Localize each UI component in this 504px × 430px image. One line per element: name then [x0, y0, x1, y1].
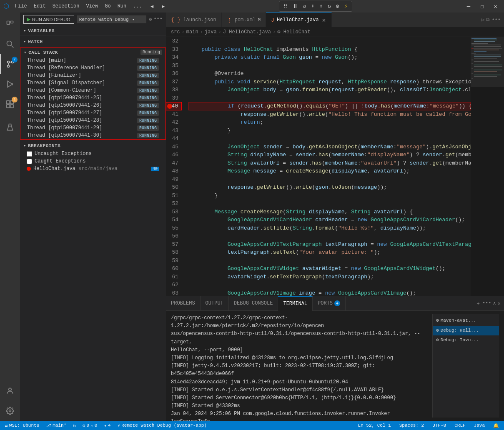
panel-more-icon[interactable]: ••• [482, 300, 491, 306]
breakpoint-uncaught[interactable]: Uncaught Exceptions [20, 150, 166, 158]
status-language[interactable]: Java [472, 423, 486, 428]
sidebar-settings-icon[interactable]: ⚙ [149, 16, 152, 22]
status-wsl[interactable]: ⇄ WSL: Ubuntu [3, 423, 41, 428]
breakpoint-dot-icon [27, 167, 31, 171]
panel-maximize-icon[interactable]: ∧ [493, 300, 496, 307]
thread-item-5[interactable]: Thread [qtp1500079441-25]RUNNING [20, 94, 165, 102]
status-notifications[interactable]: 🔔 [491, 423, 501, 428]
thread-name-8: Thread [qtp1500079441-28] [27, 118, 102, 123]
terminal-side-debug-hell[interactable]: ⚙ Debug: Hell... [433, 326, 499, 336]
breakpoints-section-header[interactable]: ▾ BREAKPOINTS [20, 141, 166, 150]
config-selector[interactable]: Remote Watch Debug ▾ [77, 15, 146, 23]
breadcrumb-file[interactable]: J HelloChat.java [223, 29, 271, 35]
sidebar-more-icon[interactable]: ••• [153, 16, 163, 22]
debug-step-out-icon[interactable]: ⬆ [318, 2, 324, 10]
close-button[interactable]: ✕ [491, 2, 501, 11]
top-bar-left: ⬡ File Edit Selection View Go Run ... ◀ … [3, 2, 167, 10]
tab-launch-json[interactable]: { } launch.json [166, 12, 222, 27]
activity-search[interactable] [0, 34, 20, 54]
menu-edit[interactable]: Edit [31, 2, 48, 10]
thread-item-2[interactable]: Thread [Finalizer]RUNNING [20, 72, 165, 79]
breadcrumb-main[interactable]: main [186, 29, 198, 35]
variables-section-header[interactable]: ▾ VARIABLES [20, 26, 166, 35]
panel-close-icon[interactable]: ✕ [498, 300, 501, 307]
breadcrumb-class[interactable]: ⚙ HelloChat [277, 29, 310, 35]
status-breakpoints[interactable]: ✦ 4 [102, 423, 112, 428]
breadcrumb-src[interactable]: src [171, 29, 180, 35]
menu-selection[interactable]: Selection [50, 2, 82, 10]
activity-test[interactable] [0, 118, 20, 138]
debug-step-over-icon[interactable]: ↻ [326, 2, 333, 10]
thread-name-0: Thread [main] [27, 58, 66, 63]
activity-account[interactable] [0, 381, 20, 401]
more-tabs-icon[interactable]: ••• [491, 17, 501, 23]
code-line-59 [188, 257, 471, 265]
debug-pause-icon[interactable]: ⏸ [291, 2, 300, 10]
caught-exceptions-checkbox[interactable] [27, 159, 32, 164]
activity-source-control[interactable]: 7 [0, 54, 20, 74]
thread-item-0[interactable]: Thread [main]RUNNING [20, 57, 165, 64]
activity-explorer[interactable] [0, 14, 20, 34]
split-editor-icon[interactable]: ⧉ [486, 17, 490, 23]
activity-run-debug[interactable] [0, 74, 20, 94]
uncaught-exceptions-checkbox[interactable] [27, 151, 32, 157]
debug-lightning-icon[interactable]: ⚡ [343, 2, 349, 10]
run-in-new-window-icon[interactable]: ▷ [481, 17, 484, 23]
breakpoints-section: ▾ BREAKPOINTS Uncaught Exceptions Caught… [20, 140, 166, 174]
terminal-side-maven[interactable]: ⚙ Maven-avat... [433, 316, 499, 326]
status-encoding[interactable]: UTF-8 [431, 423, 448, 428]
activity-extensions[interactable]: 1 [0, 94, 20, 114]
nav-forward[interactable]: ▶ [159, 2, 167, 10]
watch-chevron-icon: ▾ [23, 39, 26, 44]
thread-item-8[interactable]: Thread [qtp1500079441-28]RUNNING [20, 117, 165, 124]
watch-section-header[interactable]: ▾ WATCH [20, 37, 166, 46]
menu-run[interactable]: Run [115, 2, 129, 10]
nav-back[interactable]: ◀ [148, 2, 156, 10]
status-branch[interactable]: ⎇ main* [44, 423, 68, 428]
status-errors[interactable]: ⊘ 0 ⚠ 0 [81, 423, 99, 428]
panel-add-icon[interactable]: ＋ [476, 300, 481, 307]
activity-settings[interactable] [0, 401, 20, 421]
panel-tab-problems[interactable]: PROBLEMS [166, 296, 201, 311]
menu-more[interactable]: ... [130, 2, 145, 10]
code-line-44 [188, 135, 471, 143]
status-position[interactable]: Ln 52, Col 1 [356, 423, 393, 428]
panel-tab-output[interactable]: OUTPUT [201, 296, 229, 311]
debug-restart-icon[interactable]: ↺ [301, 2, 308, 10]
status-sync[interactable]: ↻ [71, 423, 78, 428]
panel-tab-ports[interactable]: PORTS 4 [313, 296, 346, 311]
thread-status-0: RUNNING [137, 58, 159, 63]
debug-settings-icon[interactable]: ⚙ [334, 2, 341, 10]
debug-grid-icon[interactable]: ⠿ [282, 2, 289, 10]
maximize-button[interactable]: ☐ [477, 2, 487, 11]
panel-tab-terminal[interactable]: TERMINAL [278, 296, 313, 311]
menu-go[interactable]: Go [102, 2, 113, 10]
status-eol[interactable]: CRLF [453, 423, 467, 428]
thread-item-1[interactable]: Thread [Reference Handler]RUNNING [20, 64, 165, 72]
thread-item-6[interactable]: Thread [qtp1500079441-26]RUNNING [20, 102, 165, 109]
breakpoint-caught[interactable]: Caught Exceptions [20, 158, 166, 165]
menu-file[interactable]: File [13, 2, 30, 10]
debug-step-into-icon[interactable]: ⬇ [309, 2, 316, 10]
minimize-button[interactable]: — [464, 2, 474, 10]
status-remote-debug[interactable]: ⚡ Remote Watch Debug (avatar-app) [116, 423, 208, 428]
tab-close-button[interactable]: ✕ [321, 17, 326, 24]
thread-item-4[interactable]: Thread [Common-Cleaner]RUNNING [20, 87, 165, 94]
line-numbers: 32 33 34 35 36 37 38 39 40 41 42 43 44 4… [166, 37, 187, 296]
tab-hellochat-java[interactable]: J HelloChat.java ✕ [266, 12, 332, 27]
call-stack-header[interactable]: ▾ CALL STACK Running [20, 48, 165, 57]
panel-tab-debug-console[interactable]: DEBUG CONSOLE [229, 296, 278, 311]
thread-item-7[interactable]: Thread [qtp1500079441-27]RUNNING [20, 109, 165, 117]
status-spaces[interactable]: Spaces: 2 [398, 423, 426, 428]
thread-item-9[interactable]: Thread [qtp1500079441-29]RUNNING [20, 124, 165, 132]
run-and-debug-button[interactable]: ▶ RUN AND DEBUG [23, 15, 74, 24]
thread-item-10[interactable]: Thread [qtp1500079441-30]RUNNING [20, 132, 165, 139]
terminal-main[interactable]: /grpc/grpc-context/1.27.2/grpc-context-1… [171, 314, 427, 418]
breadcrumb-java[interactable]: java [205, 29, 217, 35]
code-content[interactable]: public class HelloChat implements HttpFu… [187, 37, 471, 296]
menu-view[interactable]: View [83, 2, 100, 10]
breakpoint-hellochat[interactable]: HelloChat.java src/main/java 40 [20, 165, 166, 172]
thread-item-3[interactable]: Thread [Signal Dispatcher]RUNNING [20, 79, 165, 87]
tab-pom-xml[interactable]: ⋮ pom.xml M [222, 12, 266, 27]
terminal-side-debug-invo[interactable]: ⚙ Debug: Invo... [433, 335, 499, 345]
